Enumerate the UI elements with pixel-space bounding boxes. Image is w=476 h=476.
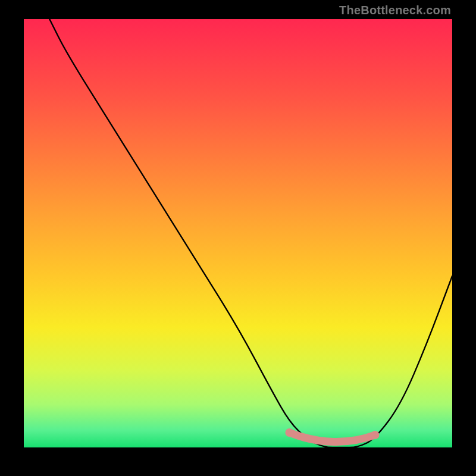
optimal-range-highlight: [289, 433, 375, 442]
bottleneck-curve: [49, 19, 452, 447]
plot-area: [24, 19, 452, 447]
watermark-text: TheBottleneck.com: [339, 4, 451, 17]
optimal-range-dot-left: [285, 428, 293, 437]
chart-frame: [24, 19, 452, 447]
optimal-range-dot-right: [371, 431, 379, 439]
chart-svg: [24, 19, 452, 447]
